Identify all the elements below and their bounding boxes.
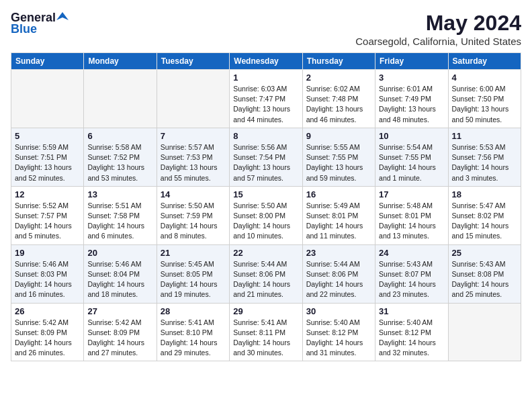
day-info: Sunrise: 5:41 AMSunset: 8:10 PMDaylight:… [161,318,226,359]
day-info: Sunrise: 5:48 AMSunset: 8:01 PMDaylight:… [379,201,444,242]
logo: General Blue [11,11,69,36]
calendar-week-row: 12Sunrise: 5:52 AMSunset: 7:57 PMDayligh… [11,186,521,244]
day-info: Sunrise: 5:44 AMSunset: 8:06 PMDaylight:… [306,259,371,300]
table-row: 25Sunrise: 5:43 AMSunset: 8:08 PMDayligh… [448,244,521,303]
calendar-week-row: 1Sunrise: 6:03 AMSunset: 7:47 PMDaylight… [11,70,521,128]
table-row: 7Sunrise: 5:57 AMSunset: 7:53 PMDaylight… [157,128,229,186]
day-info: Sunrise: 5:51 AMSunset: 7:58 PMDaylight:… [87,201,152,242]
header-tuesday: Tuesday [157,53,229,70]
day-number: 12 [15,189,80,199]
day-info: Sunrise: 5:59 AMSunset: 7:51 PMDaylight:… [15,142,80,183]
calendar-week-row: 5Sunrise: 5:59 AMSunset: 7:51 PMDaylight… [11,128,521,186]
table-row: 20Sunrise: 5:46 AMSunset: 8:04 PMDayligh… [84,244,157,303]
day-number: 19 [15,248,80,258]
day-info: Sunrise: 5:41 AMSunset: 8:11 PMDaylight:… [233,318,298,359]
day-number: 20 [87,248,152,258]
day-info: Sunrise: 5:49 AMSunset: 8:01 PMDaylight:… [306,201,371,242]
day-info: Sunrise: 5:53 AMSunset: 7:56 PMDaylight:… [452,142,517,183]
day-info: Sunrise: 5:56 AMSunset: 7:54 PMDaylight:… [233,142,298,183]
day-number: 29 [233,306,298,316]
day-number: 31 [379,306,444,316]
table-row: 9Sunrise: 5:55 AMSunset: 7:55 PMDaylight… [302,128,375,186]
table-row: 6Sunrise: 5:58 AMSunset: 7:52 PMDaylight… [84,128,157,186]
day-number: 11 [452,131,517,141]
table-row: 23Sunrise: 5:44 AMSunset: 8:06 PMDayligh… [302,244,375,303]
day-info: Sunrise: 5:50 AMSunset: 7:59 PMDaylight:… [161,201,226,242]
table-row: 1Sunrise: 6:03 AMSunset: 7:47 PMDaylight… [230,70,302,128]
day-number: 30 [306,306,371,316]
day-number: 28 [161,306,226,316]
logo-bird-icon [56,11,69,23]
header-thursday: Thursday [302,53,375,70]
calendar-subtitle: Coarsegold, California, United States [355,36,521,47]
table-row: 4Sunrise: 6:00 AMSunset: 7:50 PMDaylight… [448,70,521,128]
day-info: Sunrise: 5:58 AMSunset: 7:52 PMDaylight:… [87,142,152,183]
table-row: 31Sunrise: 5:40 AMSunset: 8:12 PMDayligh… [375,303,448,361]
day-number: 22 [233,248,298,258]
table-row: 18Sunrise: 5:47 AMSunset: 8:02 PMDayligh… [448,186,521,244]
calendar-header-row: Sunday Monday Tuesday Wednesday Thursday… [11,53,521,70]
day-number: 4 [452,73,517,83]
day-number: 16 [306,189,371,199]
day-number: 6 [87,131,152,141]
table-row: 5Sunrise: 5:59 AMSunset: 7:51 PMDaylight… [11,128,84,186]
day-number: 14 [161,189,226,199]
day-info: Sunrise: 6:01 AMSunset: 7:49 PMDaylight:… [379,84,444,125]
calendar-title: May 2024 [355,11,521,36]
day-number: 9 [306,131,371,141]
day-number: 21 [161,248,226,258]
table-row: 19Sunrise: 5:46 AMSunset: 8:03 PMDayligh… [11,244,84,303]
day-info: Sunrise: 5:44 AMSunset: 8:06 PMDaylight:… [233,259,298,300]
table-row: 8Sunrise: 5:56 AMSunset: 7:54 PMDaylight… [230,128,302,186]
page-header: General Blue May 2024 Coarsegold, Califo… [11,11,521,47]
day-number: 5 [15,131,80,141]
day-info: Sunrise: 5:40 AMSunset: 8:12 PMDaylight:… [306,318,371,359]
day-number: 23 [306,248,371,258]
day-number: 15 [233,189,298,199]
table-row: 12Sunrise: 5:52 AMSunset: 7:57 PMDayligh… [11,186,84,244]
table-row: 29Sunrise: 5:41 AMSunset: 8:11 PMDayligh… [230,303,302,361]
header-sunday: Sunday [11,53,84,70]
day-number: 7 [161,131,226,141]
table-row: 13Sunrise: 5:51 AMSunset: 7:58 PMDayligh… [84,186,157,244]
day-number: 17 [379,189,444,199]
day-info: Sunrise: 5:57 AMSunset: 7:53 PMDaylight:… [161,142,226,183]
day-info: Sunrise: 6:00 AMSunset: 7:50 PMDaylight:… [452,84,517,125]
table-row: 17Sunrise: 5:48 AMSunset: 8:01 PMDayligh… [375,186,448,244]
table-row [11,70,84,128]
table-row: 11Sunrise: 5:53 AMSunset: 7:56 PMDayligh… [448,128,521,186]
day-number: 1 [233,73,298,83]
day-number: 3 [379,73,444,83]
table-row: 26Sunrise: 5:42 AMSunset: 8:09 PMDayligh… [11,303,84,361]
day-info: Sunrise: 5:46 AMSunset: 8:03 PMDaylight:… [15,259,80,300]
day-info: Sunrise: 5:46 AMSunset: 8:04 PMDaylight:… [87,259,152,300]
day-number: 27 [87,306,152,316]
table-row: 15Sunrise: 5:50 AMSunset: 8:00 PMDayligh… [230,186,302,244]
day-info: Sunrise: 5:45 AMSunset: 8:05 PMDaylight:… [161,259,226,300]
table-row: 3Sunrise: 6:01 AMSunset: 7:49 PMDaylight… [375,70,448,128]
table-row: 22Sunrise: 5:44 AMSunset: 8:06 PMDayligh… [230,244,302,303]
day-number: 8 [233,131,298,141]
day-info: Sunrise: 6:03 AMSunset: 7:47 PMDaylight:… [233,84,298,125]
table-row: 14Sunrise: 5:50 AMSunset: 7:59 PMDayligh… [157,186,229,244]
table-row: 2Sunrise: 6:02 AMSunset: 7:48 PMDaylight… [302,70,375,128]
day-number: 24 [379,248,444,258]
table-row [157,70,229,128]
day-info: Sunrise: 5:52 AMSunset: 7:57 PMDaylight:… [15,201,80,242]
title-block: May 2024 Coarsegold, California, United … [355,11,521,47]
svg-marker-0 [56,12,69,20]
table-row: 27Sunrise: 5:42 AMSunset: 8:09 PMDayligh… [84,303,157,361]
table-row: 30Sunrise: 5:40 AMSunset: 8:12 PMDayligh… [302,303,375,361]
day-info: Sunrise: 5:42 AMSunset: 8:09 PMDaylight:… [15,318,80,359]
day-info: Sunrise: 5:55 AMSunset: 7:55 PMDaylight:… [306,142,371,183]
table-row: 16Sunrise: 5:49 AMSunset: 8:01 PMDayligh… [302,186,375,244]
day-number: 10 [379,131,444,141]
day-info: Sunrise: 6:02 AMSunset: 7:48 PMDaylight:… [306,84,371,125]
day-info: Sunrise: 5:54 AMSunset: 7:55 PMDaylight:… [379,142,444,183]
table-row: 24Sunrise: 5:43 AMSunset: 8:07 PMDayligh… [375,244,448,303]
header-saturday: Saturday [448,53,521,70]
day-info: Sunrise: 5:40 AMSunset: 8:12 PMDaylight:… [379,318,444,359]
day-info: Sunrise: 5:43 AMSunset: 8:08 PMDaylight:… [452,259,517,300]
calendar-week-row: 26Sunrise: 5:42 AMSunset: 8:09 PMDayligh… [11,303,521,361]
day-number: 2 [306,73,371,83]
